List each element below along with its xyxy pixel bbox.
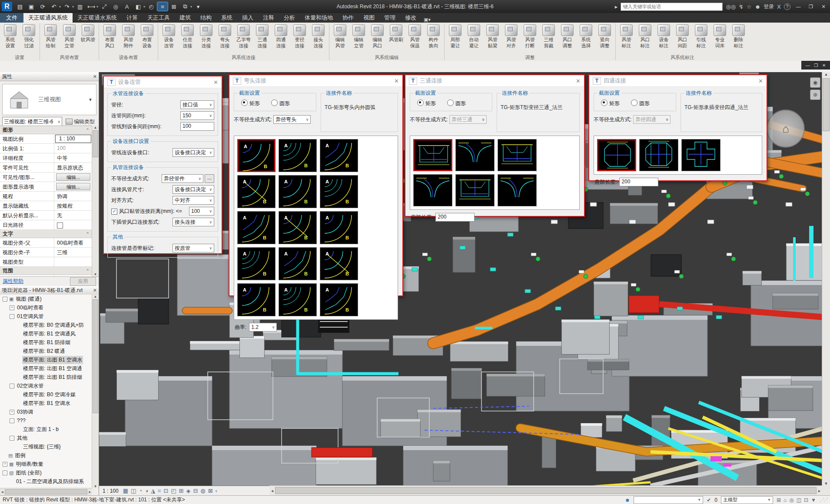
- ribbon-button-风管绘制[interactable]: 风管绘制: [41, 23, 60, 54]
- tree-item[interactable]: 01 - 二层空调通风及防排烟系: [0, 477, 92, 486]
- tag-icon[interactable]: ◎: [110, 2, 121, 11]
- view-scale-label[interactable]: 1 : 100: [103, 488, 119, 494]
- view-restore-icon[interactable]: ❐: [814, 63, 818, 68]
- equipment-dialog-close-icon[interactable]: ✕: [213, 79, 218, 86]
- viewport-hscrollbar[interactable]: ◂▸: [269, 485, 822, 495]
- ribbon-button-风口间距[interactable]: 风口间距: [673, 23, 692, 54]
- default-3d-view-icon[interactable]: ◧: [133, 2, 143, 11]
- radio-round[interactable]: 圆形: [631, 99, 650, 107]
- view-close-icon[interactable]: ✕: [822, 63, 826, 68]
- ribbon-button-三通连接[interactable]: 三通连接: [253, 23, 272, 54]
- tab-体量和场地[interactable]: 体量和场地: [300, 13, 338, 23]
- close-hidden-windows-icon[interactable]: ⊠: [169, 2, 179, 11]
- ribbon-button-分类连接[interactable]: 分类连接: [197, 23, 216, 54]
- cross-dialog-titlebar[interactable]: T四通连接✕: [589, 75, 767, 87]
- edit-button[interactable]: 编辑...: [56, 173, 90, 181]
- ribbon-button-专业词库[interactable]: 专业词库: [710, 23, 729, 54]
- properties-close-icon[interactable]: ✕: [93, 74, 97, 80]
- ribbon-button-系统选择[interactable]: 系统选择: [577, 23, 595, 54]
- fitting-thumbnail-1[interactable]: [597, 139, 636, 171]
- fitting-thumbnail-10[interactable]: AB: [237, 247, 276, 280]
- viewport-vscrollbar[interactable]: ▲▼: [822, 72, 830, 486]
- select-pinned-icon[interactable]: ◎: [789, 497, 793, 503]
- ribbon-button-接头连接[interactable]: 接头连接: [309, 23, 328, 54]
- signin-person-icon[interactable]: ☻: [755, 3, 761, 10]
- property-group-范围[interactable]: 范围⌃: [0, 267, 92, 275]
- gen-mode-combo[interactable]: 异径三通∨: [449, 115, 487, 124]
- worksharing-user-icon[interactable]: ☻: [625, 497, 631, 503]
- fitting-thumbnail-1[interactable]: AB: [237, 139, 276, 172]
- tree-item[interactable]: 楼层平面: 出图 B1 空调通: [0, 364, 92, 373]
- expand-icon[interactable]: +: [10, 410, 14, 414]
- select-by-face-icon[interactable]: ◫: [797, 497, 801, 503]
- tree-item[interactable]: -01空调风管: [0, 312, 92, 321]
- fitting-thumbnail-2[interactable]: [455, 139, 495, 171]
- properties-help-link[interactable]: 属性帮助: [3, 278, 23, 285]
- aligned-dimension-icon[interactable]: ⤢: [99, 2, 110, 11]
- select-links-icon[interactable]: ⊞: [777, 497, 781, 503]
- switch-windows-icon[interactable]: ⧉: [180, 2, 190, 11]
- tree-item[interactable]: +▦明细表/数量: [0, 460, 92, 468]
- viewcube[interactable]: ⌂: [767, 109, 805, 148]
- ribbon-button-构件换向[interactable]: 构件换向: [424, 23, 443, 54]
- collapse-icon[interactable]: -: [10, 384, 14, 388]
- fitting-thumbnail-12[interactable]: AB: [320, 247, 358, 280]
- revit-logo-icon[interactable]: R: [2, 2, 12, 11]
- tree-item[interactable]: ▤图例: [0, 451, 92, 460]
- active-workset-combo[interactable]: ▼: [634, 496, 703, 504]
- help-icon[interactable]: ?: [784, 3, 790, 10]
- switch-windows-icon-dropdown[interactable]: ▾: [190, 5, 192, 9]
- project-browser-close-icon[interactable]: ✕: [93, 288, 97, 293]
- worksharing-display-icon[interactable]: ⊟: [193, 487, 198, 494]
- fitting-thumbnail-2[interactable]: AB: [279, 139, 317, 172]
- tab-天正暖通水系统[interactable]: 天正暖通水系统: [73, 13, 122, 23]
- edit-type-button[interactable]: 编辑类型: [64, 117, 96, 126]
- browser-hscrollbar[interactable]: ◂▸: [0, 488, 92, 495]
- undo-icon[interactable]: ↶: [49, 2, 59, 11]
- collapse-icon[interactable]: ‹: [216, 487, 217, 494]
- fitting-thumbnail-3[interactable]: [681, 139, 720, 171]
- ribbon-button-设备标注[interactable]: 设备标注: [654, 23, 673, 54]
- tree-item[interactable]: 楼层平面: B0 空调冷媒: [0, 390, 92, 399]
- elbow-dialog-close-icon[interactable]: ✕: [394, 78, 399, 84]
- ribbon-button-乙字弯连接[interactable]: 乙字弯连接: [234, 23, 253, 54]
- fitting-thumbnail-6[interactable]: [498, 174, 537, 206]
- value-combo[interactable]: 150∨: [180, 111, 214, 120]
- fitting-thumbnail-2[interactable]: [639, 139, 678, 171]
- tree-item[interactable]: 楼层平面: B0 空调通风+防: [0, 321, 92, 329]
- redo-icon-dropdown[interactable]: ▾: [72, 5, 74, 9]
- radio-rect[interactable]: 矩形: [601, 99, 620, 107]
- default-3d-view-icon-dropdown[interactable]: ▾: [143, 5, 145, 9]
- property-checkbox[interactable]: [57, 222, 63, 229]
- tab-file[interactable]: 文件: [0, 13, 23, 23]
- preview-dropdown-icon[interactable]: ▼: [88, 97, 93, 102]
- collapse-icon[interactable]: -: [3, 297, 7, 302]
- fitting-thumbnail-5[interactable]: AB: [279, 175, 317, 208]
- equipment-dialog-titlebar[interactable]: T设备连管✕: [104, 76, 222, 88]
- shadows-icon[interactable]: ◑: [145, 487, 148, 494]
- fitting-thumbnail-4[interactable]: AB: [237, 175, 276, 208]
- property-value[interactable]: 显示原状态: [54, 163, 92, 172]
- tab-天正暖通风系统[interactable]: 天正暖通风系统: [23, 13, 73, 23]
- tree-item[interactable]: 三维视图: {三维}: [0, 442, 92, 451]
- property-group-文字[interactable]: 文字⌃: [0, 230, 92, 238]
- property-value[interactable]: 三维: [54, 248, 92, 257]
- select-underlay-icon[interactable]: ⌂: [784, 497, 787, 503]
- tab-注释[interactable]: 注释: [258, 13, 279, 23]
- tree-item[interactable]: -▧图纸 (全部): [0, 468, 92, 477]
- tee-dialog-titlebar[interactable]: T三通连接✕: [405, 75, 584, 87]
- ribbon-button-编辑风口[interactable]: 编辑风口: [368, 23, 387, 54]
- undo-icon-dropdown[interactable]: ▾: [59, 5, 61, 9]
- property-value[interactable]: 中等: [54, 153, 92, 162]
- tree-item[interactable]: 楼层平面: B1 空调通风: [0, 329, 92, 338]
- tab-结构[interactable]: 结构: [196, 13, 216, 23]
- pan-zoom-icon[interactable]: ⊕: [810, 90, 820, 100]
- property-value[interactable]: 无: [54, 211, 92, 220]
- property-value[interactable]: 按规程: [54, 201, 92, 210]
- edit-button[interactable]: 编辑...: [56, 183, 90, 190]
- minimize-button[interactable]: —: [793, 3, 803, 10]
- gen-mode-combo[interactable]: 异径四通∨: [633, 115, 671, 124]
- property-group-图形[interactable]: 图形⌃: [0, 126, 92, 134]
- constraints-icon[interactable]: ⊠: [208, 487, 213, 494]
- ribbon-button-风管立管[interactable]: 风管立管: [60, 23, 79, 54]
